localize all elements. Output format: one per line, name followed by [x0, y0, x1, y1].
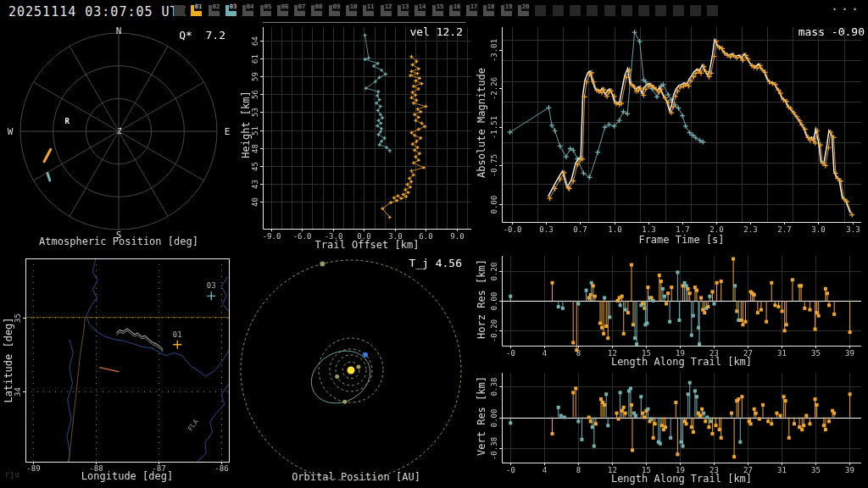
frame-time-axis-label: Frame Time [s]: [502, 234, 861, 246]
camera-tab-slot-30: [690, 5, 701, 16]
utc-clock: 20251114 03:07:05 UTC: [8, 4, 187, 19]
tisserand-value: T_j 4.56: [409, 257, 462, 269]
height-vs-trail-offset-plot: [237, 24, 475, 252]
version-watermark: rju: [5, 471, 19, 479]
vertical-residuals-panel: Length Along Trail [km] Vert Res [km]: [475, 369, 868, 488]
solar-system-orbit-plot: [237, 252, 475, 488]
horizontal-residuals-plot: [475, 252, 868, 369]
mass-value: mass -0.90: [798, 25, 865, 38]
camera-tab-12[interactable]: 12: [381, 5, 392, 16]
camera-tab-number: 03: [229, 3, 237, 11]
camera-tab-slot-24: [587, 5, 598, 16]
camera-tab-06[interactable]: 06: [277, 5, 288, 16]
atmospheric-position-panel: Q* 7.2 Atmospheric Position [deg]: [0, 24, 237, 252]
camera-tab-number: 18: [487, 3, 495, 11]
camera-tab-15[interactable]: 15: [432, 5, 443, 16]
camera-tab-slot-21: [535, 5, 546, 16]
camera-tab-number: 04: [246, 3, 254, 11]
camera-tab-16[interactable]: 16: [449, 5, 460, 16]
light-curve-panel: mass -0.90 Frame Time [s] Absolute Magni…: [475, 24, 868, 252]
camera-tab-11[interactable]: 11: [363, 5, 374, 16]
ground-map-panel: Longitude [deg] Latitude [deg]: [0, 252, 237, 488]
camera-tab-number: 14: [418, 3, 426, 11]
camera-tab-slot-26: [621, 5, 632, 16]
camera-tab-number: 01: [194, 3, 203, 11]
camera-tab-19[interactable]: 19: [501, 5, 512, 16]
camera-tab-number: 10: [349, 3, 358, 11]
camera-tab-08[interactable]: 08: [311, 5, 322, 16]
camera-tab-slot-27: [638, 5, 649, 16]
camera-tab-number: 20: [521, 3, 530, 11]
camera-tab-number: 08: [314, 3, 323, 11]
height-axis-label: Height [km]: [240, 40, 252, 209]
camera-tab-slot-0: [174, 5, 185, 16]
orbital-position-panel: T_j 4.56 Orbital Position [AU]: [237, 252, 475, 488]
camera-tab-slot-28: [655, 5, 666, 16]
camera-tab-slot-23: [570, 5, 581, 16]
camera-tab-number: 07: [298, 3, 306, 11]
ground-track-map: [0, 252, 237, 488]
overflow-menu-button[interactable]: ...: [831, 0, 861, 14]
length-along-trail-axis-label-horz: Length Along Trail [km]: [502, 356, 861, 368]
camera-tab-07[interactable]: 07: [294, 5, 305, 16]
camera-tab-13[interactable]: 13: [398, 5, 409, 16]
camera-tab-number: 06: [281, 3, 289, 11]
camera-tab-number: 05: [264, 3, 272, 11]
camera-tab-number: 17: [470, 3, 478, 11]
camera-tab-number: 11: [366, 3, 375, 11]
camera-tab-14[interactable]: 14: [415, 5, 426, 16]
camera-tab-slot-29: [673, 5, 684, 16]
camera-tab-number: 19: [504, 3, 513, 11]
vertical-residuals-plot: [475, 369, 868, 488]
camera-tab-03[interactable]: 03: [225, 5, 236, 16]
camera-tab-10[interactable]: 10: [346, 5, 357, 16]
camera-tab-04[interactable]: 04: [242, 5, 253, 16]
vert-res-axis-label: Vert Res [km]: [476, 331, 487, 488]
camera-tab-01[interactable]: 01: [191, 5, 202, 16]
tab-strip-underline: [263, 22, 465, 23]
camera-tab-09[interactable]: 09: [329, 5, 340, 16]
camera-tab-slot-25: [604, 5, 615, 16]
absolute-magnitude-axis-label: Absolute Magnitude: [476, 13, 487, 233]
absolute-magnitude-plot: [475, 24, 868, 252]
camera-tab-number: 02: [212, 3, 220, 11]
camera-tab-number: 16: [453, 3, 461, 11]
horizontal-residuals-panel: Length Along Trail [km] Horz Res [km]: [475, 252, 868, 369]
atmospheric-position-plot: [0, 24, 237, 252]
orbital-position-title: Orbital Position [AU]: [237, 471, 475, 483]
height-profile-panel: vel 12.2 Trail Offset [km] Height [km]: [237, 24, 475, 252]
camera-tab-02[interactable]: 02: [209, 5, 220, 16]
longitude-axis-label: Longitude [deg]: [25, 470, 229, 482]
camera-tab-20[interactable]: 20: [518, 5, 529, 16]
trail-offset-axis-label: Trail Offset [km]: [263, 239, 471, 251]
camera-tab-number: 15: [436, 3, 444, 11]
q-star-value: Q* 7.2: [179, 29, 225, 42]
camera-tab-slot-31: [707, 5, 718, 16]
camera-tab-number: 13: [401, 3, 409, 11]
length-along-trail-axis-label-vert: Length Along Trail [km]: [502, 473, 861, 485]
camera-tab-number: 09: [332, 3, 341, 11]
camera-tab-05[interactable]: 05: [260, 5, 271, 16]
fireball-dashboard: 20251114 03:07:05 UTC 010203040506070809…: [0, 0, 868, 488]
velocity-value: vel 12.2: [409, 25, 463, 38]
atmospheric-position-title: Atmospheric Position [deg]: [0, 236, 237, 247]
camera-tab-slot-22: [553, 5, 564, 16]
camera-tab-number: 12: [384, 3, 392, 11]
latitude-axis-label: Latitude [deg]: [3, 275, 14, 445]
